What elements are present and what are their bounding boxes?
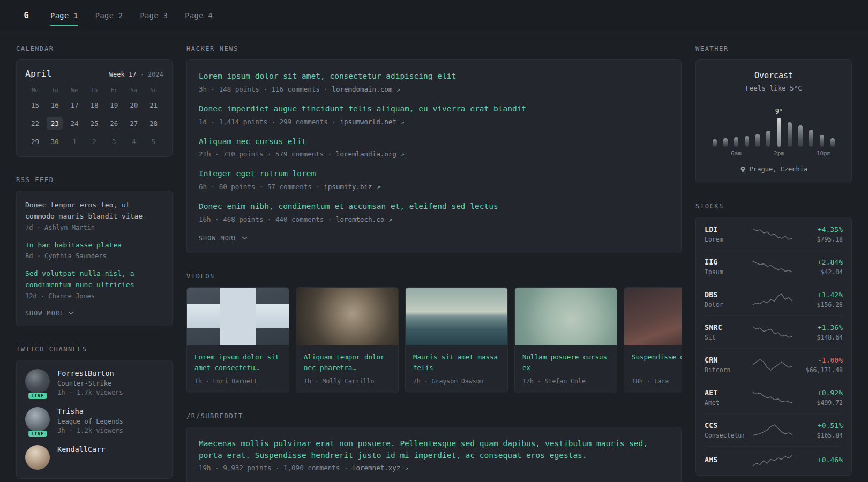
story-domain-link[interactable]: ipsumworld.net bbox=[340, 118, 396, 126]
twitch-header: TWITCH CHANNELS bbox=[16, 345, 173, 353]
stock-name: Lorem bbox=[705, 236, 752, 243]
stock-sparkline bbox=[752, 227, 793, 241]
weather-condition: Overcast bbox=[754, 71, 793, 80]
weather-bar bbox=[755, 134, 760, 147]
story-title[interactable]: Lorem ipsum dolor sit amet, consectetur … bbox=[199, 71, 669, 82]
external-link-icon: ↗ bbox=[376, 183, 380, 191]
tab-page-1[interactable]: Page 1 bbox=[50, 0, 78, 31]
channel-meta: 1h · 1.7k viewers bbox=[57, 389, 123, 396]
story-title[interactable]: Aliquam nec cursus elit bbox=[199, 136, 669, 148]
video-thumbnail bbox=[296, 288, 398, 345]
tab-page-3[interactable]: Page 3 bbox=[140, 0, 168, 31]
video-meta: 18h · Tara bbox=[632, 378, 682, 385]
channel-name: ForrestBurton bbox=[57, 369, 123, 378]
twitch-channel[interactable]: LIVE Trisha League of Legends 3h · 1.2k … bbox=[25, 407, 163, 434]
stock-values: -1.00% $66,171.48 bbox=[793, 356, 843, 374]
calendar-weekday-label: Sa bbox=[130, 87, 137, 93]
video-title: Mauris sit amet massa felis bbox=[413, 352, 500, 373]
hackernews-show-more-button[interactable]: SHOW MORE bbox=[199, 235, 248, 242]
stock-price: $795.18 bbox=[793, 236, 843, 243]
video-card[interactable]: Aliquam tempor dolor nec pharetra… 1h · … bbox=[296, 287, 399, 393]
stock-change: +1.36% bbox=[793, 323, 843, 332]
external-link-icon: ↗ bbox=[388, 215, 393, 223]
twitch-channel[interactable]: LIVE ForrestBurton Counter-Strike 1h · 1… bbox=[25, 369, 163, 396]
rss-item-title[interactable]: In hac habitasse platea bbox=[25, 240, 163, 251]
video-card[interactable]: Suspendisse diam 18h · Tara bbox=[624, 287, 682, 393]
hackernews-header: HACKER NEWS bbox=[186, 45, 682, 52]
calendar-day: 5 bbox=[146, 135, 162, 148]
stock-row[interactable]: DBS Dolor +1.42% $156.28 bbox=[705, 283, 843, 315]
weather-location-text: Prague, Czechia bbox=[750, 165, 807, 173]
channel-name: Trisha bbox=[57, 407, 123, 416]
hackernews-widget: HACKER NEWS Lorem ipsum dolor sit amet, … bbox=[186, 45, 682, 253]
rss-item-meta: 12d · Chance Jones bbox=[25, 292, 163, 300]
calendar-day: 3 bbox=[106, 135, 122, 148]
weather-time-label bbox=[720, 150, 731, 157]
stock-symbol: SNRC bbox=[705, 323, 752, 332]
video-card[interactable]: Mauris sit amet massa felis 7h · Grayson… bbox=[405, 287, 508, 393]
story-meta: 6h · 60 points · 57 comments · ipsumify.… bbox=[199, 183, 669, 191]
story-title[interactable]: Integer eget rutrum lorem bbox=[199, 168, 669, 180]
rss-card: Donec tempor eros leo, ut commodo mauris… bbox=[16, 191, 173, 326]
twitch-channel[interactable]: KendallCarr bbox=[25, 445, 163, 470]
stock-row[interactable]: CRN Bitcorn -1.00% $66,171.48 bbox=[705, 348, 843, 381]
stock-change: +0.92% bbox=[793, 389, 843, 397]
rss-show-more-label: SHOW MORE bbox=[25, 310, 64, 317]
story-domain-link[interactable]: loremlandia.org bbox=[336, 150, 396, 158]
calendar-day: 28 bbox=[146, 117, 162, 130]
stock-row[interactable]: IIG Ipsum +2.84% $42.04 bbox=[705, 250, 843, 283]
story-domain-link[interactable]: ipsumify.biz bbox=[324, 183, 372, 191]
video-card[interactable]: Nullam posuere cursus ex 17h · Stefan Co… bbox=[514, 287, 617, 393]
right-column: WEATHER Overcast Feels like 5°C 9° 6am2p… bbox=[695, 45, 852, 482]
calendar-day: 27 bbox=[126, 117, 142, 130]
rss-item: Sed volutpat nulla nisl, a condimentum n… bbox=[25, 268, 163, 300]
post-meta-text: 19h · 9,932 points · 1,090 comments · bbox=[199, 464, 348, 472]
stock-id: LDI Lorem bbox=[705, 225, 752, 243]
channel-avatar bbox=[25, 445, 50, 470]
left-column: CALENDAR April Week 17 · 2024 MoTuWeThFr… bbox=[16, 45, 173, 482]
story-title[interactable]: Donec enim nibh, condimentum et accumsan… bbox=[199, 201, 669, 213]
stock-sparkline bbox=[752, 423, 793, 437]
stock-change: +0.46% bbox=[793, 456, 843, 464]
stock-row[interactable]: CCS Consectetur +0.51% $165.84 bbox=[705, 413, 843, 446]
calendar-day: 18 bbox=[86, 99, 102, 111]
post-domain-link[interactable]: loremnet.xyz bbox=[352, 464, 400, 472]
stock-change: -1.00% bbox=[793, 356, 843, 364]
rss-item-title[interactable]: Sed volutpat nulla nisl, a condimentum n… bbox=[25, 268, 163, 291]
weather-bar-slot bbox=[827, 138, 838, 147]
stock-change: +2.84% bbox=[793, 258, 843, 266]
weather-card: Overcast Feels like 5°C 9° 6am2pm10pm Pr… bbox=[695, 59, 852, 183]
rss-show-more-button[interactable]: SHOW MORE bbox=[25, 310, 74, 317]
app-logo[interactable]: G bbox=[18, 11, 34, 20]
stock-sparkline bbox=[752, 260, 793, 274]
story-meta-text: 6h · 60 points · 57 comments · bbox=[199, 183, 320, 191]
rss-item-title[interactable]: Donec tempor eros leo, ut commodo mauris… bbox=[25, 200, 163, 222]
stock-row[interactable]: AET Amet +0.92% $499.72 bbox=[705, 381, 843, 413]
calendar-separator: · bbox=[140, 71, 144, 78]
story-title[interactable]: Donec imperdiet augue tincidunt felis al… bbox=[199, 103, 669, 115]
live-badge: LIVE bbox=[28, 431, 47, 437]
stock-values: +0.92% $499.72 bbox=[793, 389, 843, 406]
stock-row[interactable]: SNRC Sit +1.36% $148.64 bbox=[705, 315, 843, 348]
live-badge: LIVE bbox=[28, 393, 47, 399]
video-card[interactable]: Lorem ipsum dolor sit amet consectetu… 1… bbox=[186, 287, 289, 393]
story-domain-link[interactable]: loremdomain.com bbox=[332, 85, 392, 93]
video-thumbnail bbox=[187, 288, 289, 345]
stock-row[interactable]: LDI Lorem +4.35% $795.18 bbox=[705, 218, 843, 250]
hackernews-item: Donec imperdiet augue tincidunt felis al… bbox=[199, 103, 669, 126]
stock-change: +0.51% bbox=[793, 421, 843, 430]
weather-bar bbox=[777, 118, 781, 147]
hackernews-show-more-label: SHOW MORE bbox=[199, 235, 238, 242]
tab-page-4[interactable]: Page 4 bbox=[185, 0, 213, 31]
tab-page-2[interactable]: Page 2 bbox=[95, 0, 123, 31]
external-link-icon: ↗ bbox=[400, 118, 405, 126]
story-domain-link[interactable]: loremtech.co bbox=[336, 215, 384, 223]
weather-widget: WEATHER Overcast Feels like 5°C 9° 6am2p… bbox=[695, 45, 852, 183]
stocks-card: LDI Lorem +4.35% $795.18 IIG Ipsum bbox=[695, 217, 852, 476]
rss-item: In hac habitasse platea 8d · Cynthia Sau… bbox=[25, 240, 163, 260]
videos-widget: VIDEOS Lorem ipsum dolor sit amet consec… bbox=[186, 273, 682, 393]
story-meta-text: 1d · 1,414 points · 299 comments · bbox=[199, 118, 336, 126]
weather-time-label bbox=[763, 150, 774, 157]
post-title[interactable]: Maecenas mollis pulvinar erat non posuer… bbox=[199, 438, 669, 462]
stock-row[interactable]: AHS +0.46% bbox=[705, 446, 843, 475]
